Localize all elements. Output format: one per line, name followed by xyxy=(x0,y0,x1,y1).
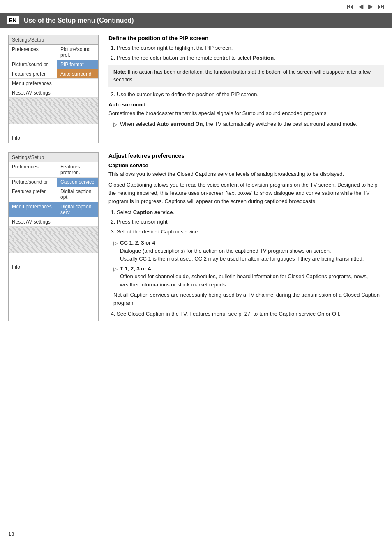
section-pip: Settings/Setup Preferences Picture/sound… xyxy=(8,35,384,143)
pip-step-3: Use the cursor keys to define the positi… xyxy=(117,90,384,99)
caption-steps: Select Caption service. Press the cursor… xyxy=(117,208,384,236)
caption-step4-list: See Closed Caption in the TV, Features m… xyxy=(117,310,384,318)
pref-value-1: Picture/sound pref. xyxy=(57,45,98,60)
spacer-2 xyxy=(9,253,98,261)
empty-row-3 xyxy=(9,111,98,118)
caption-text-1: This allows you to select the Closed Cap… xyxy=(108,170,384,178)
reset-label-2: Reset AV settings xyxy=(9,217,57,227)
skip-forward-button[interactable]: ⏭ xyxy=(378,3,385,10)
empty-row-6 xyxy=(9,233,98,240)
caption-content: Adjust features preferences Caption serv… xyxy=(108,152,384,321)
caption-step-3: Select the desired Caption service: xyxy=(117,228,384,236)
settings-row-menu-1: Menu preferences xyxy=(9,79,98,88)
info-label-2: Info xyxy=(9,262,98,272)
skip-back-button[interactable]: ⏮ xyxy=(347,3,353,10)
tri-arrow-icon: ▷ xyxy=(113,120,118,129)
menu-value-1 xyxy=(57,79,98,88)
caption-service-heading: Caption service xyxy=(108,162,384,168)
caption-cc-text: CC 1, 2, 3 or 4 Dialogue (and descriptio… xyxy=(120,239,364,263)
reset-label-1: Reset AV settings xyxy=(9,88,57,98)
settings-row-preferences-1: Preferences Picture/sound pref. xyxy=(9,45,98,60)
pip-content: Define the position of the PIP screen Pr… xyxy=(108,35,384,143)
not-all-caption-text: Not all Caption services are necessarily… xyxy=(113,291,384,307)
tri-arrow-cc-icon: ▷ xyxy=(113,239,118,263)
pip-steps: Press the cursor right to highlight the … xyxy=(117,44,384,62)
tri-arrow-t-icon: ▷ xyxy=(113,265,118,289)
info-label-1: Info xyxy=(9,133,98,143)
caption-step-4: See Closed Caption in the TV, Features m… xyxy=(117,310,384,318)
features-value-2: Digital caption opt. xyxy=(57,187,98,202)
language-badge: EN xyxy=(7,16,19,24)
caption-t-bullet: ▷ T 1, 2, 3 or 4 Often used for channel … xyxy=(113,265,384,289)
pip-step3-list: Use the cursor keys to define the positi… xyxy=(117,90,384,99)
media-controls[interactable]: ⏮ ◀ ▶ ⏭ xyxy=(347,2,385,10)
caption-t-text: T 1, 2, 3 or 4 Often used for channel gu… xyxy=(120,265,384,289)
reset-value-1 xyxy=(57,88,98,98)
picture-label-2: Picture/sound pr. xyxy=(9,178,57,187)
picture-value-2: Caption service xyxy=(57,178,98,187)
settings-title-2: Settings/Setup xyxy=(9,153,98,162)
empty-row-4 xyxy=(9,118,98,124)
caption-step-2: Press the cursor right. xyxy=(117,218,384,226)
picture-value-1: PIP format xyxy=(57,60,98,69)
settings-row-features-1: Features prefer. Auto surround xyxy=(9,69,98,79)
empty-row-5 xyxy=(9,227,98,233)
settings-menu-box-2: Settings/Setup Preferences Features pref… xyxy=(8,152,99,321)
empty-row-7 xyxy=(9,240,98,247)
header-bar: EN Use of the Setup menu (Continued) xyxy=(0,13,392,28)
spacer-1 xyxy=(9,124,98,132)
caption-text-2: Closed Captioning allows you to read the… xyxy=(108,181,384,205)
empty-row-2 xyxy=(9,104,98,111)
pref-label-1: Preferences xyxy=(9,45,57,60)
features-label-2: Features prefer. xyxy=(9,187,57,202)
caption-cc-bullet: ▷ CC 1, 2, 3 or 4 Dialogue (and descript… xyxy=(113,239,384,263)
settings-menu-box-1: Settings/Setup Preferences Picture/sound… xyxy=(8,35,99,143)
pref-label-2: Preferences xyxy=(9,162,57,178)
empty-row-8 xyxy=(9,247,98,253)
settings-title-1: Settings/Setup xyxy=(9,35,98,45)
caption-step-1: Select Caption service. xyxy=(117,208,384,217)
settings-row-reset-2: Reset AV settings xyxy=(9,217,98,227)
auto-surround-list: ▷ When selected Auto surround On, the TV… xyxy=(113,120,384,129)
pip-step-1: Press the cursor right to highlight the … xyxy=(117,44,384,52)
settings-row-menu-2: Menu preferences Digital caption serv xyxy=(9,202,98,217)
auto-surround-bullet: ▷ When selected Auto surround On, the TV… xyxy=(113,120,384,129)
auto-surround-heading: Auto surround xyxy=(108,101,384,108)
page-title: Use of the Setup menu (Continued) xyxy=(24,17,134,24)
top-navigation: ⏮ ◀ ▶ ⏭ xyxy=(0,0,392,13)
auto-surround-text: Sometimes the broadcaster transmits spec… xyxy=(108,109,384,118)
features-label-1: Features prefer. xyxy=(9,69,57,79)
main-content: Settings/Setup Preferences Picture/sound… xyxy=(0,28,392,545)
auto-surround-bullet-text: When selected Auto surround On, the TV a… xyxy=(120,120,357,129)
pip-note: Note: If no action has been undertaken, … xyxy=(108,65,384,87)
menu-value-2: Digital caption serv xyxy=(57,202,98,217)
pref-value-2: Features preferen. xyxy=(57,162,98,178)
rewind-button[interactable]: ◀ xyxy=(358,2,363,10)
pip-heading: Define the position of the PIP screen xyxy=(108,35,384,42)
picture-label-1: Picture/sound pr. xyxy=(9,60,57,69)
caption-bullet-list: ▷ CC 1, 2, 3 or 4 Dialogue (and descript… xyxy=(113,239,384,288)
play-button[interactable]: ▶ xyxy=(368,2,373,10)
pip-step-2: Press the red color button on the remote… xyxy=(117,54,384,62)
adjust-heading: Adjust features preferences xyxy=(108,152,384,159)
empty-row-1 xyxy=(9,98,98,104)
page-number: 18 xyxy=(8,531,14,537)
settings-row-picture-1: Picture/sound pr. PIP format xyxy=(9,60,98,69)
settings-row-picture-2: Picture/sound pr. Caption service xyxy=(9,178,98,187)
settings-row-preferences-2: Preferences Features preferen. xyxy=(9,162,98,178)
menu-label-1: Menu preferences xyxy=(9,79,57,88)
menu-label-2: Menu preferences xyxy=(9,202,57,217)
reset-value-2 xyxy=(57,217,98,227)
features-value-1: Auto surround xyxy=(57,69,98,79)
settings-row-reset-1: Reset AV settings xyxy=(9,88,98,98)
settings-row-features-2: Features prefer. Digital caption opt. xyxy=(9,187,98,202)
section-caption: Settings/Setup Preferences Features pref… xyxy=(8,152,384,321)
